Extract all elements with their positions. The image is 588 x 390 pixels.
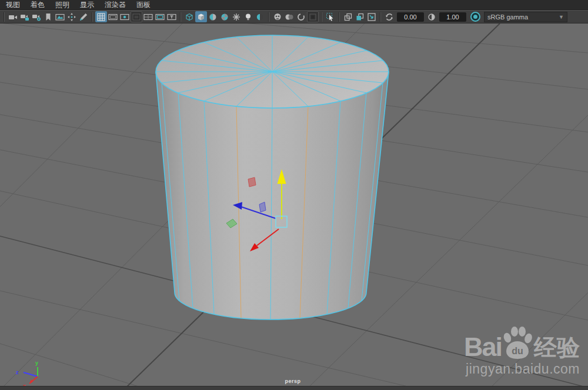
menu-renderer[interactable]: 渲染器 xyxy=(101,0,129,10)
textured-mode-icon[interactable] xyxy=(219,11,230,22)
color-management-toggle-icon[interactable] xyxy=(470,12,480,22)
resolution-gate-icon[interactable] xyxy=(119,11,131,22)
isolate-add-icon[interactable] xyxy=(354,11,366,22)
menu-view[interactable]: 视图 xyxy=(2,0,24,10)
window-bottom-edge xyxy=(0,386,588,390)
menu-show[interactable]: 显示 xyxy=(76,0,98,10)
panel-toolbar: 0.00 1.00 sRGB gamma ▼ xyxy=(0,10,588,23)
viewport-menubar: 视图 着色 照明 显示 渲染器 面板 xyxy=(0,0,588,10)
film-gate-icon[interactable] xyxy=(107,11,119,22)
perspective-viewport[interactable]: y z x persp xyxy=(0,23,588,390)
wireframe-on-shaded-icon[interactable] xyxy=(207,11,219,22)
grease-pencil-icon[interactable] xyxy=(78,11,89,22)
toolbar-separator xyxy=(380,12,381,22)
color-profile-value: sRGB gamma xyxy=(487,14,556,21)
viewport-canvas[interactable]: y z x xyxy=(0,23,588,390)
camera-attributes-icon[interactable] xyxy=(31,11,42,22)
toolbar-separator xyxy=(180,12,181,22)
default-lighting-icon[interactable] xyxy=(242,11,254,22)
gamma-field[interactable]: 1.00 xyxy=(439,12,466,22)
toolbar-separator xyxy=(92,12,93,22)
manip-plane-yz-red[interactable] xyxy=(248,177,256,187)
safe-title-icon[interactable] xyxy=(166,11,178,22)
view-axis-gizmo: y z x xyxy=(16,360,38,389)
exposure-icon[interactable] xyxy=(383,11,395,22)
gizmo-z-label: z xyxy=(16,369,19,375)
gizmo-y-label: y xyxy=(35,360,38,366)
screen-space-ao-icon[interactable] xyxy=(272,11,283,22)
select-tool-icon[interactable] xyxy=(325,11,336,22)
bookmark-icon[interactable] xyxy=(42,11,54,22)
toolbar-separator xyxy=(321,12,322,22)
color-profile-dropdown[interactable]: sRGB gamma ▼ xyxy=(484,12,567,22)
cylinder-object[interactable] xyxy=(156,35,389,320)
menu-lighting[interactable]: 照明 xyxy=(52,0,73,10)
camera-name-label: persp xyxy=(263,378,322,384)
toolbar-separator xyxy=(339,12,340,22)
anti-aliasing-icon[interactable] xyxy=(295,11,307,22)
menu-panels[interactable]: 面板 xyxy=(133,0,154,10)
2d-pan-zoom-icon[interactable] xyxy=(66,11,78,22)
field-chart-icon[interactable] xyxy=(142,11,154,22)
image-plane-icon[interactable] xyxy=(54,11,66,22)
exposure-field[interactable]: 0.00 xyxy=(397,12,424,22)
xray-icon[interactable] xyxy=(283,11,295,22)
safe-action-icon[interactable] xyxy=(154,11,166,22)
zoom-region-icon[interactable] xyxy=(366,11,377,22)
isolate-select-icon[interactable] xyxy=(342,11,354,22)
snap-camera-icon[interactable] xyxy=(7,11,19,22)
toolbar-separator xyxy=(4,12,5,22)
menu-shading[interactable]: 着色 xyxy=(27,0,48,10)
contrast-icon[interactable] xyxy=(426,11,437,22)
wireframe-mode-icon[interactable] xyxy=(183,11,195,22)
gate-mask-icon[interactable] xyxy=(131,11,142,22)
use-all-lights-icon[interactable] xyxy=(230,11,242,22)
shadows-icon[interactable] xyxy=(254,11,266,22)
motion-blur-icon[interactable] xyxy=(307,11,319,22)
lock-camera-icon[interactable] xyxy=(19,11,31,22)
chevron-down-icon: ▼ xyxy=(556,14,564,20)
shaded-mode-icon[interactable] xyxy=(195,11,207,22)
toolbar-separator xyxy=(268,12,269,22)
grid-toggle-icon[interactable] xyxy=(95,11,107,22)
